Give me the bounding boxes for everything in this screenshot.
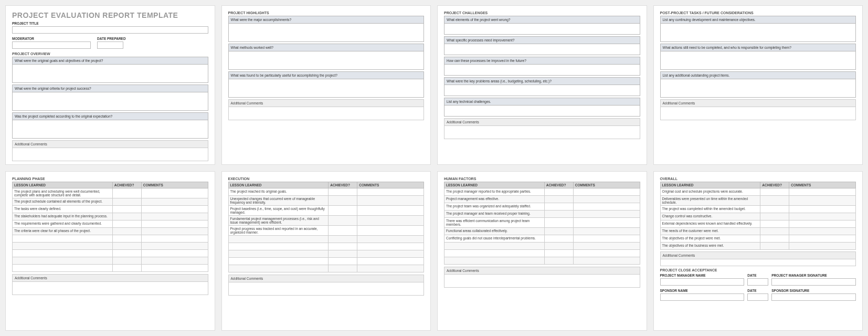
- comments-cell[interactable]: [357, 236, 424, 243]
- achieved-cell[interactable]: [544, 203, 573, 211]
- comments-cell[interactable]: [789, 235, 856, 243]
- comments-cell[interactable]: [573, 188, 640, 196]
- comments-cell[interactable]: [573, 228, 640, 235]
- comments-cell[interactable]: [141, 228, 208, 235]
- project-title-input[interactable]: [12, 26, 208, 34]
- pm-name-input[interactable]: [660, 278, 745, 286]
- answer-input[interactable]: [228, 79, 425, 98]
- comments-input[interactable]: [228, 282, 425, 296]
- comments-cell[interactable]: [573, 257, 640, 265]
- achieved-cell[interactable]: [544, 243, 573, 250]
- achieved-cell[interactable]: [544, 218, 573, 228]
- achieved-cell[interactable]: [329, 206, 357, 216]
- achieved-cell[interactable]: [112, 250, 141, 257]
- comments-cell[interactable]: [141, 250, 208, 257]
- answer-input[interactable]: [660, 51, 856, 70]
- achieved-cell[interactable]: [544, 235, 573, 243]
- comments-cell[interactable]: [573, 235, 640, 243]
- comments-input[interactable]: [444, 274, 640, 288]
- comments-cell[interactable]: [141, 243, 208, 250]
- comments-cell[interactable]: [789, 220, 856, 228]
- achieved-cell[interactable]: [329, 243, 357, 250]
- achieved-cell[interactable]: [329, 236, 357, 243]
- comments-cell[interactable]: [573, 196, 640, 203]
- answer-input[interactable]: [444, 64, 640, 76]
- answer-input[interactable]: [660, 23, 856, 42]
- comments-cell[interactable]: [357, 250, 424, 258]
- comments-cell[interactable]: [789, 188, 856, 196]
- comments-cell[interactable]: [789, 196, 856, 206]
- sponsor-sig-input[interactable]: [771, 293, 856, 301]
- achieved-cell[interactable]: [112, 220, 141, 228]
- achieved-cell[interactable]: [544, 188, 573, 196]
- comments-cell[interactable]: [789, 228, 856, 235]
- date-input[interactable]: [747, 278, 768, 286]
- answer-input[interactable]: [12, 64, 208, 83]
- achieved-cell[interactable]: [112, 188, 141, 198]
- achieved-cell[interactable]: [760, 188, 789, 196]
- achieved-cell[interactable]: [544, 211, 573, 218]
- comments-cell[interactable]: [141, 188, 208, 198]
- answer-input[interactable]: [444, 105, 640, 117]
- achieved-cell[interactable]: [760, 206, 789, 213]
- sponsor-name-input[interactable]: [660, 293, 745, 301]
- comments-cell[interactable]: [573, 250, 640, 257]
- achieved-cell[interactable]: [329, 196, 357, 206]
- answer-input[interactable]: [444, 44, 640, 55]
- comments-cell[interactable]: [789, 206, 856, 213]
- achieved-cell[interactable]: [760, 213, 789, 220]
- comments-input[interactable]: [12, 148, 208, 161]
- achieved-cell[interactable]: [544, 228, 573, 235]
- comments-cell[interactable]: [141, 265, 208, 272]
- achieved-cell[interactable]: [544, 257, 573, 265]
- achieved-cell[interactable]: [112, 235, 141, 243]
- comments-input[interactable]: [660, 259, 856, 266]
- comments-input[interactable]: [12, 281, 208, 295]
- answer-input[interactable]: [444, 23, 640, 35]
- achieved-cell[interactable]: [329, 250, 357, 258]
- comments-cell[interactable]: [141, 257, 208, 265]
- answer-input[interactable]: [12, 92, 208, 111]
- comments-cell[interactable]: [141, 198, 208, 206]
- comments-cell[interactable]: [357, 258, 424, 265]
- achieved-cell[interactable]: [112, 213, 141, 220]
- achieved-cell[interactable]: [760, 228, 789, 235]
- achieved-cell[interactable]: [329, 258, 357, 265]
- comments-cell[interactable]: [141, 213, 208, 220]
- comments-input[interactable]: [228, 107, 425, 120]
- answer-input[interactable]: [228, 51, 425, 70]
- pm-sig-input[interactable]: [771, 278, 856, 286]
- answer-input[interactable]: [444, 85, 640, 96]
- comments-cell[interactable]: [141, 206, 208, 213]
- comments-cell[interactable]: [357, 226, 424, 236]
- comments-input[interactable]: [660, 107, 856, 120]
- comments-cell[interactable]: [357, 196, 424, 206]
- achieved-cell[interactable]: [112, 257, 141, 265]
- achieved-cell[interactable]: [329, 265, 357, 272]
- achieved-cell[interactable]: [760, 196, 789, 206]
- comments-cell[interactable]: [357, 265, 424, 272]
- comments-cell[interactable]: [573, 211, 640, 218]
- comments-cell[interactable]: [573, 218, 640, 228]
- achieved-cell[interactable]: [329, 188, 357, 196]
- comments-cell[interactable]: [573, 243, 640, 250]
- achieved-cell[interactable]: [112, 198, 141, 206]
- achieved-cell[interactable]: [329, 216, 357, 226]
- achieved-cell[interactable]: [329, 226, 357, 236]
- comments-cell[interactable]: [141, 235, 208, 243]
- achieved-cell[interactable]: [544, 196, 573, 203]
- achieved-cell[interactable]: [112, 228, 141, 235]
- comments-cell[interactable]: [141, 220, 208, 228]
- comments-cell[interactable]: [357, 243, 424, 250]
- achieved-cell[interactable]: [760, 235, 789, 243]
- answer-input[interactable]: [12, 120, 208, 139]
- achieved-cell[interactable]: [112, 243, 141, 250]
- achieved-cell[interactable]: [112, 265, 141, 272]
- date-input[interactable]: [747, 293, 768, 301]
- comments-input[interactable]: [444, 125, 640, 139]
- achieved-cell[interactable]: [760, 243, 789, 250]
- date-prepared-input[interactable]: [97, 41, 123, 49]
- comments-cell[interactable]: [573, 203, 640, 211]
- achieved-cell[interactable]: [544, 250, 573, 257]
- comments-cell[interactable]: [789, 243, 856, 250]
